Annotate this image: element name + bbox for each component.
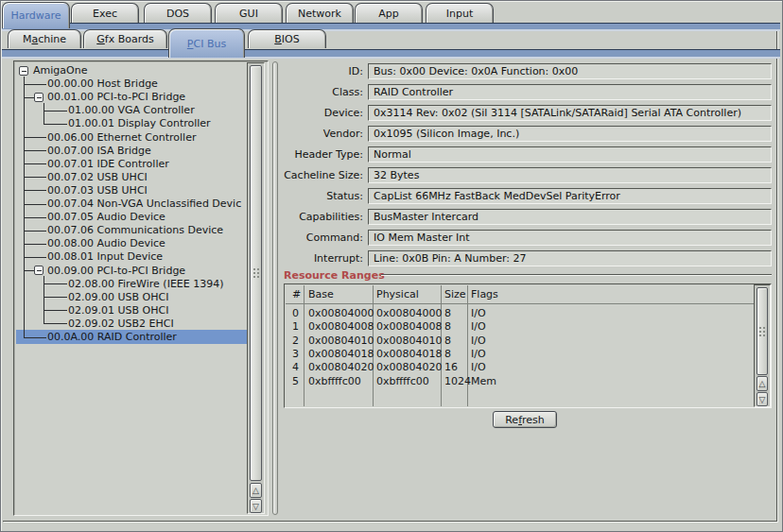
tree-item[interactable]: 02.09.01 USB OHCI xyxy=(68,304,168,317)
column-header-flags[interactable]: Flags xyxy=(471,288,498,301)
subtab-bios[interactable]: BIOS xyxy=(248,29,326,48)
table-scroll-down-button[interactable]: ▽ xyxy=(757,392,768,406)
table-header-separator xyxy=(286,303,754,304)
tree-item[interactable]: 00.08.01 Input Device xyxy=(47,250,163,264)
table-cell: 0x00804000 xyxy=(376,307,443,320)
resource-ranges-table[interactable]: #BasePhysicalSizeFlags00x008040000x00804… xyxy=(284,283,772,408)
tree-item[interactable]: 00.07.03 USB UHCI xyxy=(47,184,148,197)
column-header-size[interactable]: Size xyxy=(444,288,466,301)
tree-item[interactable]: 00.07.06 Communications Device xyxy=(47,224,223,237)
refresh-button-label: Refresh xyxy=(505,414,545,426)
panel-splitter[interactable] xyxy=(272,61,278,515)
column-header-[interactable]: # xyxy=(292,288,301,301)
table-cell: 5 xyxy=(292,375,299,388)
resource-ranges-group-line xyxy=(381,274,772,276)
table-cell: 1024 xyxy=(444,375,471,388)
tab-input[interactable]: Input xyxy=(426,3,494,23)
scroll-down-icon: ▽ xyxy=(759,395,766,404)
tree-item[interactable]: 00.07.02 USB UHCI xyxy=(47,171,148,184)
tab-exec[interactable]: Exec xyxy=(71,3,139,23)
subtab-label: PCI Bus xyxy=(187,38,226,50)
field-label-id: ID: xyxy=(282,65,363,78)
subtab-machine[interactable]: Machine xyxy=(8,29,81,48)
subtab-pci-bus[interactable]: PCI Bus xyxy=(168,28,245,58)
tree-connector-line xyxy=(44,310,67,311)
tree-item[interactable]: 01.00.01 Display Controller xyxy=(68,117,211,130)
tree-connector-line xyxy=(24,84,46,85)
tree-item[interactable]: 00.09.00 PCI-to-PCI Bridge xyxy=(47,265,185,278)
field-value-interrupt: Line: 0x0B Pin: A Number: 27 xyxy=(368,250,772,266)
table-cell: 16 xyxy=(444,361,458,374)
table-cell: 1 xyxy=(292,320,299,334)
tree-expander-icon[interactable] xyxy=(34,93,44,102)
tree-item[interactable]: 01.00.00 VGA Controller xyxy=(68,104,195,117)
table-cell: I/O xyxy=(471,335,486,348)
table-cell: 0xbffffc00 xyxy=(308,375,361,388)
tree-item[interactable]: 00.08.00 Audio Device xyxy=(47,237,165,250)
field-value-capabilities: BusMaster Intercard xyxy=(368,209,772,225)
tab-dos[interactable]: DOS xyxy=(144,3,212,23)
tree-connector-line xyxy=(24,244,46,245)
table-scrollbar-thumb[interactable] xyxy=(757,287,768,375)
table-cell: 8 xyxy=(444,320,451,334)
tree-item[interactable]: 00.01.00 PCI-to-PCI Bridge xyxy=(47,91,185,104)
table-cell: I/O xyxy=(471,307,486,320)
tree-item[interactable]: 00.0A.00 RAID Controller xyxy=(47,331,177,344)
field-value-status: CapList 66MHz FastBack MedDevSel ParityE… xyxy=(368,188,772,204)
table-cell: I/O xyxy=(471,320,486,334)
field-label-cacheline-size: Cacheline Size: xyxy=(282,169,363,182)
tab-label: App xyxy=(378,8,399,20)
table-cell: 0x00804010 xyxy=(376,335,443,348)
tree-item[interactable]: 02.09.02 USB2 EHCI xyxy=(68,317,174,331)
tree-scrollbar-thumb[interactable] xyxy=(250,65,262,481)
table-cell: I/O xyxy=(471,348,486,361)
tab-hardware[interactable]: Hardware xyxy=(2,2,70,28)
tree-scroll-up-button[interactable]: △ xyxy=(250,483,262,498)
table-cell: 0x00804020 xyxy=(308,361,374,374)
scroll-up-icon: △ xyxy=(759,379,766,388)
tab-label: Network xyxy=(298,8,341,20)
table-cell: 0x00804008 xyxy=(308,320,374,334)
table-cell: 8 xyxy=(444,335,451,348)
table-cell: 0x00804018 xyxy=(308,348,374,361)
pci-device-tree[interactable]: AmigaOne00.00.00 Host Bridge00.01.00 PCI… xyxy=(15,62,247,514)
tree-connector-line xyxy=(24,177,46,178)
tree-item[interactable]: 00.07.00 ISA Bridge xyxy=(47,145,151,158)
tree-connector-line xyxy=(24,270,34,271)
tree-item[interactable]: AmigaOne xyxy=(33,64,87,77)
tree-connector-line xyxy=(24,137,46,138)
tree-connector-line xyxy=(44,297,67,298)
field-value-command: IO Mem Master Int xyxy=(368,230,772,246)
tree-item[interactable]: 02.08.00 FireWire (IEEE 1394) xyxy=(68,278,224,291)
column-header-base[interactable]: Base xyxy=(308,288,334,301)
subtab-label: BIOS xyxy=(274,33,299,45)
table-scroll-up-button[interactable]: △ xyxy=(757,376,768,391)
tree-connector-line xyxy=(44,111,67,112)
field-label-header-type: Header Type: xyxy=(282,148,363,162)
refresh-button[interactable]: Refresh xyxy=(493,411,557,428)
tree-item[interactable]: 00.07.04 Non-VGA Unclassified Devic xyxy=(47,197,241,211)
tree-connector-line xyxy=(44,124,67,125)
tree-expander-icon[interactable] xyxy=(34,266,44,275)
tree-item[interactable]: 00.07.01 IDE Controller xyxy=(47,158,169,171)
tree-scroll-down-button[interactable]: ▽ xyxy=(250,499,262,513)
tree-item[interactable]: 00.07.05 Audio Device xyxy=(47,211,165,224)
tree-connector-line xyxy=(44,283,67,284)
tree-scrollbar[interactable]: △ ▽ xyxy=(247,62,265,514)
field-label-vendor: Vendor: xyxy=(282,128,363,141)
table-cell: 8 xyxy=(444,307,451,320)
tree-expander-icon[interactable] xyxy=(19,66,28,76)
column-header-physical[interactable]: Physical xyxy=(376,288,419,301)
table-cell: 4 xyxy=(292,361,299,374)
tab-gui[interactable]: GUI xyxy=(215,3,283,23)
tab-app[interactable]: App xyxy=(355,3,423,23)
tree-connector-line xyxy=(24,337,46,338)
subtab-gfx-boards[interactable]: Gfx Boards xyxy=(83,29,167,48)
tree-item[interactable]: 00.00.00 Host Bridge xyxy=(47,77,158,91)
table-scrollbar[interactable]: △ ▽ xyxy=(754,284,771,407)
tree-item[interactable]: 00.06.00 Ethernet Controller xyxy=(47,131,196,145)
tab-label: Input xyxy=(446,8,473,20)
table-cell: 0x00804008 xyxy=(376,320,443,334)
tree-item[interactable]: 02.09.00 USB OHCI xyxy=(68,291,168,304)
tab-network[interactable]: Network xyxy=(286,3,354,23)
